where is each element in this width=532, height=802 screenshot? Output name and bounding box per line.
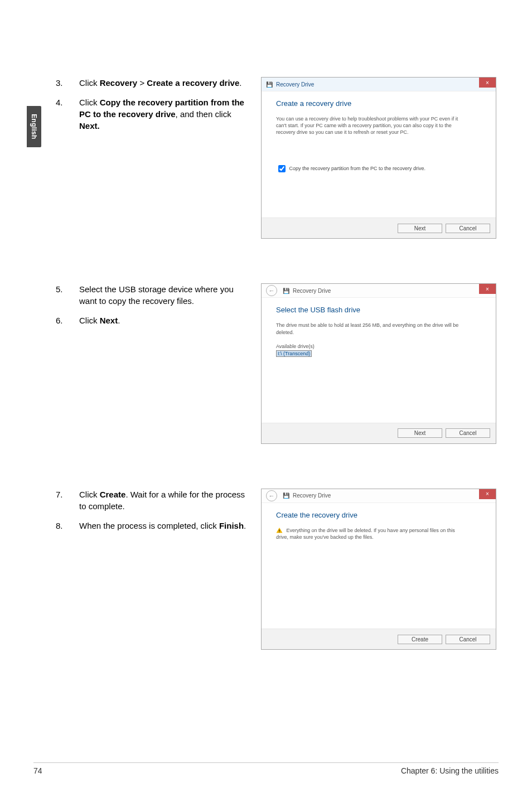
cancel-button[interactable]: Cancel [446, 635, 490, 644]
dialog-titlebar: ← 💾 Recovery Drive [262, 284, 496, 298]
dialog-warning: Everything on the drive will be deleted.… [276, 527, 466, 541]
cancel-button[interactable]: Cancel [446, 428, 490, 438]
dialog-footer: Create Cancel [262, 629, 496, 649]
chapter-label: Chapter 6: Using the utilities [401, 766, 499, 775]
dialog-select-usb: × ← 💾 Recovery Drive Select the USB flas… [261, 283, 496, 443]
dialog-footer: Next Cancel [262, 218, 496, 238]
step-number: 3. [56, 77, 79, 89]
back-button[interactable]: ← [266, 490, 277, 501]
step-6: 6. Click Next. [56, 315, 251, 326]
dialog-title: Recovery Drive [276, 81, 314, 88]
dialog-warning-text: Everything on the drive will be deleted.… [276, 528, 455, 540]
step-4: 4. Click Copy the recovery partition fro… [56, 96, 251, 132]
step-number: 8. [56, 520, 79, 532]
step-body: Click Recovery > Create a recovery drive… [79, 77, 251, 89]
available-drives-label: Available drive(s) [276, 344, 483, 349]
step-number: 7. [56, 489, 79, 512]
step-3: 3. Click Recovery > Create a recovery dr… [56, 77, 251, 89]
warning-icon [276, 527, 283, 534]
step-number: 5. [56, 283, 79, 307]
dialog-footer: Next Cancel [262, 423, 496, 443]
svg-rect-0 [279, 530, 280, 532]
close-icon[interactable]: × [479, 78, 496, 88]
close-icon[interactable]: × [479, 489, 496, 499]
copy-partition-checkbox[interactable] [278, 165, 286, 172]
step-body: Click Copy the recovery partition from t… [79, 96, 251, 132]
dialog-titlebar: 💾 Recovery Drive [262, 78, 496, 91]
step-5: 5. Select the USB storage device where y… [56, 283, 251, 307]
step-body: Select the USB storage device where you … [79, 283, 251, 307]
dialog-description: You can use a recovery drive to help tro… [276, 115, 466, 136]
dialog-heading: Select the USB flash drive [276, 306, 483, 314]
dialog-create-drive: × ← 💾 Recovery Drive Create the recovery… [261, 489, 496, 650]
step-number: 4. [56, 96, 79, 132]
copy-partition-checkbox-row: Copy the recovery partition from the PC … [276, 163, 483, 174]
dialog-title: Recovery Drive [293, 288, 331, 294]
language-tab-label: English [30, 114, 38, 139]
step-7: 7. Click Create. Wait for a while for th… [56, 489, 251, 512]
create-button[interactable]: Create [398, 635, 442, 644]
step-number: 6. [56, 315, 79, 326]
step-body: Click Next. [79, 315, 251, 326]
page-number: 74 [33, 766, 42, 775]
next-button[interactable]: Next [398, 428, 442, 438]
dialog-title: Recovery Drive [293, 492, 331, 499]
recovery-icon: 💾 [266, 81, 273, 88]
svg-rect-1 [279, 532, 280, 533]
dialog-titlebar: ← 💾 Recovery Drive [262, 489, 496, 503]
dialog-heading: Create a recovery drive [276, 99, 483, 108]
recovery-icon: 💾 [283, 492, 289, 499]
next-button[interactable]: Next [398, 224, 442, 233]
dialog-description: The drive must be able to hold at least … [276, 322, 466, 335]
close-icon[interactable]: × [479, 284, 496, 294]
dialog-create-recovery-drive: × 💾 Recovery Drive Create a recovery dri… [261, 77, 496, 239]
step-8: 8. When the process is completed, click … [56, 520, 251, 532]
page-footer: 74 Chapter 6: Using the utilities [33, 762, 499, 775]
copy-partition-label: Copy the recovery partition from the PC … [289, 166, 426, 171]
step-body: When the process is completed, click Fin… [79, 520, 251, 532]
drive-option[interactable]: I:\ (Transcend) [276, 350, 312, 357]
back-button[interactable]: ← [266, 285, 277, 296]
step-body: Click Create. Wait for a while for the p… [79, 489, 251, 512]
dialog-heading: Create the recovery drive [276, 511, 483, 519]
recovery-icon: 💾 [283, 288, 289, 294]
cancel-button[interactable]: Cancel [446, 224, 490, 233]
language-tab: English [27, 106, 41, 147]
